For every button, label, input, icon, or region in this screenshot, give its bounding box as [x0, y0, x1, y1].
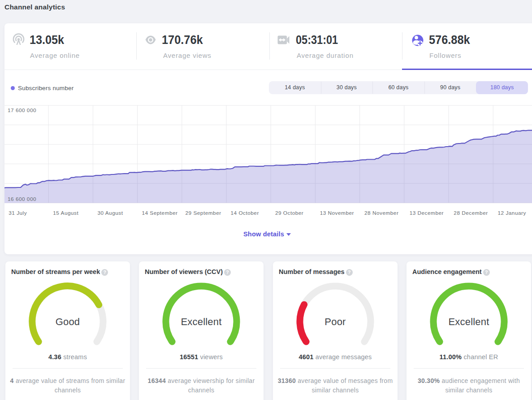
svg-text:14 September: 14 September: [142, 210, 177, 216]
svg-text:28 November: 28 November: [364, 210, 398, 216]
svg-text:Excellent: Excellent: [448, 316, 489, 327]
svg-text:Poor: Poor: [324, 316, 346, 327]
svg-text:13 November: 13 November: [320, 210, 354, 216]
svg-text:Excellent: Excellent: [181, 316, 221, 327]
svg-text:13 December: 13 December: [410, 210, 444, 216]
svg-text:16 600 000: 16 600 000: [8, 196, 36, 202]
svg-text:15 August: 15 August: [53, 210, 78, 216]
svg-text:Good: Good: [56, 316, 80, 327]
svg-text:30 August: 30 August: [98, 210, 123, 216]
svg-text:12 January: 12 January: [498, 210, 526, 216]
svg-text:14 October: 14 October: [231, 210, 259, 216]
svg-text:29 October: 29 October: [275, 210, 303, 216]
svg-text:17 600 000: 17 600 000: [8, 107, 36, 113]
svg-text:31 July: 31 July: [9, 210, 27, 216]
svg-text:28 December: 28 December: [454, 210, 488, 216]
svg-text:29 September: 29 September: [186, 210, 221, 216]
